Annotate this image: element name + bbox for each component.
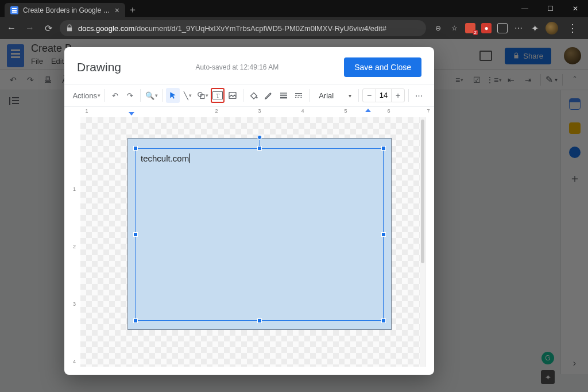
url-input[interactable]: docs.google.com/document/d/1_9YUqHxIXvYm…: [60, 20, 426, 36]
back-button[interactable]: ←: [5, 21, 18, 35]
left-indent-marker[interactable]: [129, 112, 134, 116]
svg-rect-8: [295, 95, 297, 95]
zoom-icon[interactable]: ⊖: [433, 23, 443, 33]
browser-titlebar: Create Borders in Google Docs - × ＋ — ☐ …: [0, 0, 588, 17]
browser-address-bar: ← → ⟳ docs.google.com/document/d/1_9YUqH…: [0, 17, 588, 39]
ruler-tick-1: 1: [85, 108, 88, 114]
canvas-scrollbar[interactable]: [420, 117, 425, 367]
bookmark-star-icon[interactable]: ☆: [449, 23, 459, 33]
vruler-tick-3: 3: [73, 301, 76, 307]
more-options-button[interactable]: ⋯: [412, 88, 426, 103]
reload-button[interactable]: ⟳: [41, 21, 55, 35]
svg-rect-10: [301, 95, 303, 95]
maximize-button[interactable]: ☐: [537, 0, 563, 17]
right-indent-marker[interactable]: [365, 109, 371, 112]
decrease-font-size-button[interactable]: −: [363, 91, 376, 100]
chrome-menu-button[interactable]: ⋮: [564, 22, 581, 34]
line-dash-icon: [294, 91, 303, 100]
font-family-select[interactable]: Arial ▾: [313, 91, 355, 100]
resize-handle-tl[interactable]: [133, 146, 138, 151]
resize-handle-br[interactable]: [381, 318, 386, 323]
resize-handle-ml[interactable]: [133, 232, 138, 237]
border-color-button[interactable]: [262, 88, 276, 103]
todoist-extension-icon[interactable]: 2: [465, 23, 475, 33]
dialog-title: Drawing: [77, 60, 121, 74]
autosave-status: Auto-saved at 12:49:16 AM: [195, 63, 344, 71]
drawing-canvas[interactable]: techcult.com: [80, 117, 425, 367]
drawing-toolbar: Actions▾ ↶ ↷ 🔍▾ ╲▾ ▾ T: [64, 84, 434, 107]
increase-font-size-button[interactable]: +: [392, 91, 404, 100]
profile-avatar[interactable]: [546, 22, 558, 34]
resize-handle-tm[interactable]: [257, 146, 262, 151]
vruler-tick-1: 1: [73, 186, 76, 192]
forward-button[interactable]: →: [23, 21, 37, 35]
extension-badge: 2: [473, 30, 478, 35]
image-tool[interactable]: [226, 88, 239, 103]
line-weight-icon: [279, 91, 288, 100]
new-tab-button[interactable]: ＋: [125, 4, 140, 16]
svg-rect-13: [299, 97, 299, 98]
font-size-value[interactable]: 14: [376, 89, 392, 102]
cursor-arrow-icon: [169, 91, 177, 99]
docs-favicon-icon: [10, 6, 18, 14]
resize-handle-bm[interactable]: [257, 318, 262, 323]
resize-handle-mr[interactable]: [381, 232, 386, 237]
browser-tab[interactable]: Create Borders in Google Docs - ×: [5, 3, 125, 17]
close-window-button[interactable]: ✕: [563, 0, 588, 17]
text-cursor: [189, 153, 190, 163]
shape-tool[interactable]: ▾: [196, 88, 210, 103]
drawing-canvas-area: 1 2 3 4 techcult.com: [72, 117, 426, 367]
svg-rect-9: [298, 95, 300, 95]
save-and-close-button[interactable]: Save and Close: [344, 57, 421, 77]
adblock-extension-icon[interactable]: ●: [481, 23, 492, 33]
lastpass-extension-icon[interactable]: ⋯: [513, 23, 524, 33]
svg-rect-14: [300, 97, 300, 98]
ruler-tick-2: 2: [215, 108, 218, 114]
vertical-ruler[interactable]: 1 2 3 4: [72, 117, 79, 367]
svg-rect-12: [297, 97, 297, 98]
pencil-icon: [264, 91, 273, 100]
textbox-icon: T: [212, 91, 223, 99]
svg-rect-1: [200, 95, 204, 99]
ruler-tick-5: 5: [344, 108, 347, 114]
chevron-down-icon: ▾: [349, 93, 351, 99]
minimize-button[interactable]: —: [512, 0, 537, 17]
image-icon: [228, 91, 237, 100]
paint-bucket-icon: [249, 91, 258, 100]
select-tool[interactable]: [166, 88, 180, 103]
border-dash-button[interactable]: [292, 88, 305, 103]
ruler-tick-4: 4: [301, 108, 304, 114]
svg-rect-7: [295, 93, 302, 94]
ruler-tick-7: 7: [427, 108, 430, 114]
line-tool[interactable]: ╲▾: [181, 88, 195, 103]
resize-handle-bl[interactable]: [133, 318, 138, 323]
ruler-tick-3: 3: [258, 108, 261, 114]
svg-point-3: [256, 97, 258, 99]
svg-rect-5: [280, 95, 287, 96]
shape-icon: [197, 91, 206, 100]
fill-color-button[interactable]: [247, 88, 261, 103]
svg-rect-6: [280, 97, 287, 99]
text-box-content[interactable]: techcult.com: [141, 153, 190, 163]
zoom-button[interactable]: 🔍▾: [144, 88, 158, 103]
text-box-selection[interactable]: techcult.com: [136, 148, 384, 321]
border-weight-button[interactable]: [277, 88, 291, 103]
window-controls: — ☐ ✕: [512, 0, 588, 17]
redo-button[interactable]: ↷: [123, 88, 137, 103]
rotate-handle[interactable]: [257, 135, 262, 140]
drawing-dialog: Drawing Auto-saved at 12:49:16 AM Save a…: [64, 47, 434, 375]
scrollbar-thumb[interactable]: [421, 120, 424, 263]
close-tab-icon[interactable]: ×: [115, 6, 119, 15]
pip-extension-icon[interactable]: [497, 23, 508, 33]
resize-handle-tr[interactable]: [381, 146, 386, 151]
text-box-tool[interactable]: T: [211, 88, 225, 103]
actions-menu[interactable]: Actions▾: [72, 88, 100, 103]
svg-rect-15: [301, 97, 302, 98]
docs-page: Create B File Edit Share ↶ ↷ 🖶 Ă 🖌 ≡▾ ☑ …: [0, 39, 588, 392]
horizontal-ruler[interactable]: 1 2 3 4 5 6 7: [72, 107, 426, 117]
undo-button[interactable]: ↶: [108, 88, 122, 103]
font-family-value: Arial: [319, 91, 334, 100]
extensions-puzzle-icon[interactable]: ✦: [529, 23, 540, 33]
vruler-tick-2: 2: [73, 244, 76, 249]
ruler-tick-6: 6: [387, 108, 390, 114]
